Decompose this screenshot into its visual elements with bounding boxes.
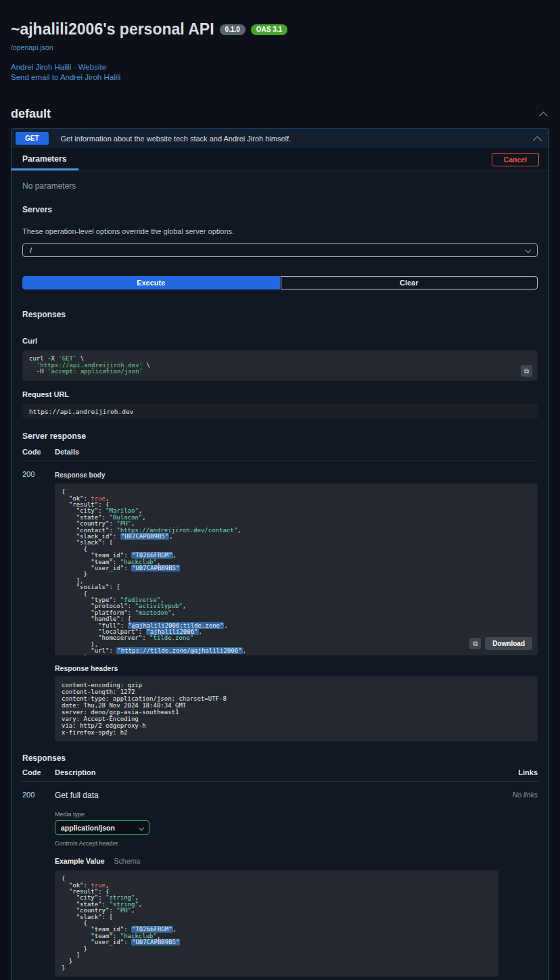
curl-code-block: curl -X 'GET' \ 'https://api.andreijiroh… bbox=[22, 350, 538, 381]
get-method-badge: GET bbox=[16, 132, 49, 145]
version-badge: 0.1.0 bbox=[220, 24, 246, 35]
website-link[interactable]: Andrei Jiroh Halili - Website bbox=[11, 62, 549, 72]
server-select-value: / bbox=[30, 246, 32, 254]
servers-title: Servers bbox=[22, 205, 538, 214]
copy-icon: ⧉ bbox=[524, 368, 529, 375]
server-response-label: Server response bbox=[22, 431, 538, 441]
execute-row: Execute Clear bbox=[22, 276, 538, 289]
servers-section: Servers These operation-level options ov… bbox=[11, 200, 549, 257]
doc-links-value: No links bbox=[498, 791, 538, 977]
live-status-code: 200 bbox=[22, 470, 55, 741]
api-title-text: ~ajhalili2006's personal API bbox=[11, 20, 214, 39]
response-headers-label: Response headers bbox=[55, 664, 538, 672]
doc-responses-table-header: Code Description Links bbox=[22, 768, 538, 782]
response-body-actions: ⧉Download bbox=[469, 637, 532, 650]
doc-response-description-cell: Get full data Media type application/jso… bbox=[55, 791, 498, 977]
api-info-header: ~ajhalili2006's personal API 0.1.0 OAS 3… bbox=[0, 0, 560, 83]
request-url-label: Request URL bbox=[22, 390, 538, 398]
live-response-details: Response body { "ok": true, "result": { … bbox=[55, 470, 538, 741]
example-code-block: { "ok": true, "result": { "city": "strin… bbox=[55, 870, 498, 977]
response-copy-button[interactable]: ⧉ bbox=[469, 638, 481, 649]
parameters-tabbar: Parameters Cancel bbox=[11, 148, 549, 171]
server-select[interactable]: / bbox=[22, 243, 538, 257]
execute-button[interactable]: Execute bbox=[22, 276, 280, 289]
operation-summary-text: Get information about the website tech s… bbox=[61, 135, 291, 143]
response-body-block: { "ok": true, "result": { "city": "Maril… bbox=[55, 484, 538, 655]
example-tabs: Example Value Schema bbox=[55, 857, 498, 865]
download-button[interactable]: Download bbox=[485, 637, 532, 650]
tab-parameters[interactable]: Parameters bbox=[11, 148, 78, 170]
email-link[interactable]: Send email to Andrei Jiroh Halili bbox=[11, 72, 549, 83]
doc-description-header: Description bbox=[55, 768, 498, 776]
opblock-get-root-summary[interactable]: GET Get information about the website te… bbox=[11, 129, 549, 148]
servers-note: These operation-level options override t… bbox=[22, 227, 538, 235]
response-body-label: Response body bbox=[55, 471, 538, 479]
tab-example-value[interactable]: Example Value bbox=[55, 857, 105, 865]
doc-status-code: 200 bbox=[22, 791, 55, 977]
collapse-chevron-up-icon[interactable] bbox=[533, 136, 542, 145]
doc-response-row: 200 Get full data Media type application… bbox=[22, 782, 538, 977]
doc-links-header: Links bbox=[498, 768, 538, 776]
clear-button[interactable]: Clear bbox=[281, 276, 538, 289]
spec-url-link[interactable]: /openapi.json bbox=[11, 43, 53, 51]
doc-response-description: Get full data bbox=[55, 791, 498, 800]
doc-code-header: Code bbox=[22, 768, 55, 776]
live-response-row: 200 Response body { "ok": true, "result"… bbox=[22, 461, 538, 741]
contact-links: Andrei Jiroh Halili - Website Send email… bbox=[11, 62, 549, 83]
tab-schema[interactable]: Schema bbox=[114, 857, 141, 865]
no-parameters-text: No parameters bbox=[11, 171, 549, 200]
media-type-select[interactable]: application/json bbox=[55, 820, 149, 835]
copy-icon: ⧉ bbox=[473, 640, 477, 647]
responses-title: Responses bbox=[22, 310, 538, 319]
opblock-get-root: GET Get information about the website te… bbox=[11, 128, 549, 980]
swagger-page: ~ajhalili2006's personal API 0.1.0 OAS 3… bbox=[0, 0, 560, 980]
live-response-table-header: Code Details bbox=[22, 448, 538, 461]
section-title: default bbox=[11, 107, 51, 121]
media-select-chevron-down-icon bbox=[139, 824, 144, 830]
controls-accept-note: Controls Accept header. bbox=[55, 840, 498, 847]
curl-copy-button[interactable]: ⧉ bbox=[521, 365, 532, 377]
section-chevron-up-icon[interactable] bbox=[539, 112, 548, 120]
live-code-header: Code bbox=[22, 448, 55, 456]
cancel-button[interactable]: Cancel bbox=[492, 153, 539, 166]
curl-label: Curl bbox=[22, 337, 538, 345]
live-details-header: Details bbox=[55, 448, 538, 456]
media-type-label: Media type bbox=[55, 811, 498, 818]
select-chevron-down-icon bbox=[526, 248, 531, 253]
media-type-value: application/json bbox=[61, 824, 115, 832]
request-url-value: https://api.andreijiroh.dev bbox=[22, 404, 538, 419]
doc-responses-title: Responses bbox=[22, 753, 538, 763]
tag-section-default[interactable]: default bbox=[0, 83, 560, 128]
response-headers-block: content-encoding: gzip content-length: 1… bbox=[55, 676, 538, 741]
oas-badge: OAS 3.1 bbox=[251, 24, 287, 35]
responses-wrapper: Responses Curl curl -X 'GET' \ 'https://… bbox=[11, 310, 549, 980]
api-title: ~ajhalili2006's personal API 0.1.0 OAS 3… bbox=[11, 20, 549, 39]
